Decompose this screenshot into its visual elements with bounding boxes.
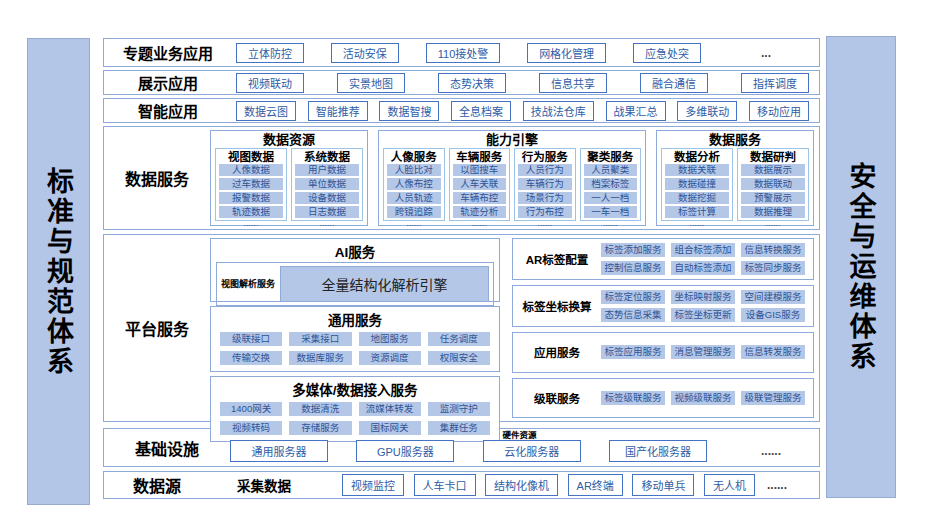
ellipsis-label: ......: [472, 219, 487, 227]
chip: 110接处警: [426, 43, 501, 63]
row-content: 立体防控活动安保110接处警网格化管理应急处突 ...: [232, 39, 819, 66]
chip: 信息转换服务: [741, 243, 805, 257]
chip: 组合标签添加: [671, 243, 735, 257]
group-columns: 人像服务 人脸比对人像布控人员轨迹跨镜追踪 ...... 车辆服务 以图搜车人车…: [379, 148, 645, 225]
chip: 人像布控: [387, 178, 441, 190]
row-label: 平台服务: [104, 235, 210, 421]
chip: 数据展示: [741, 164, 805, 176]
column-title: 视图数据: [228, 150, 274, 164]
group-title: 数据资源: [211, 131, 367, 148]
group-title: 能力引擎: [379, 131, 645, 148]
chip: 过车数据: [219, 178, 283, 190]
chip-list: 标签添加服务组合标签添加信息转换服务控制信息服务自动标签添加标签同步服务: [601, 239, 813, 279]
column-data-analysis: 数据分析 数据关联数据碰撞数据挖掘标签计算 ......: [661, 148, 733, 221]
column-data-judgement: 数据研判 数据展示数据联动预警展示数据推理 ......: [737, 148, 809, 221]
chip-list: 通用服务器GPU服务器云化服务器国产化服务器: [230, 440, 749, 462]
chip-list: 视频联动实景地图态势决策信息共享融合通信指挥调度: [236, 73, 809, 93]
chip: 场景行为: [518, 192, 572, 204]
chip-list: 数据展示数据联动预警展示数据推理: [741, 164, 805, 218]
chip-list: 数据云图智能推荐数据智搜全息档案技战法仓库战果汇总多维联动移动应用: [236, 101, 809, 121]
group-columns: 数据分析 数据关联数据碰撞数据挖掘标签计算 ...... 数据研判 数据展示数据…: [657, 148, 813, 225]
section-ar-label-config: AR标签配置 标签添加服务组合标签添加信息转换服务控制信息服务自动标签添加标签同…: [512, 238, 814, 280]
video-parsing-service-label: 视图解析服务: [221, 279, 275, 290]
section-ai-services: AI服务 视图解析服务 全量结构化解析引擎: [210, 238, 500, 302]
section-application-services: 应用服务 标签应用服务消息管理服务信息转发服务: [512, 332, 814, 373]
chip: 任务调度: [428, 332, 490, 346]
chip: 网格化管理: [527, 43, 606, 63]
ellipsis-label: ......: [761, 444, 781, 458]
chip: 人员轨迹: [387, 192, 441, 204]
chip-list: 人像数据过车数据报警数据轨迹数据: [219, 164, 283, 218]
chip-list: 用户数据单位数据设备数据日志数据: [295, 164, 359, 218]
row-infrastructure: 基础设施 硬件资源 通用服务器GPU服务器云化服务器国产化服务器 ......: [103, 428, 820, 467]
group-title: 数据服务: [657, 131, 813, 148]
ai-services-inner-box: 视图解析服务 全量结构化解析引擎: [216, 262, 494, 306]
chip: 设备GIS服务: [741, 308, 805, 322]
column-cluster-service: 聚类服务 人员聚类档案标签一人一档一车一档 ......: [580, 148, 642, 221]
chip: 数据关联: [665, 164, 729, 176]
chip: 采集接口: [289, 332, 351, 346]
chip: 流媒体转发: [359, 402, 421, 416]
collected-data-label: 采集数据: [210, 472, 318, 498]
chip: 单位数据: [295, 178, 359, 190]
chip: 人员聚类: [584, 164, 638, 176]
row-platform-services: 平台服务 AI服务 视图解析服务 全量结构化解析引擎 通用服务 级联接口采集接口…: [103, 234, 820, 422]
chip-list: 人脸比对人像布控人员轨迹跨镜追踪: [387, 164, 441, 218]
group-columns: 视图数据 人像数据过车数据报警数据轨迹数据 ...... 系统数据 用户数据单位…: [211, 148, 367, 225]
ellipsis-label: ......: [765, 219, 780, 227]
row-label: 专题业务应用: [104, 39, 232, 66]
row-label: 展示应用: [104, 71, 232, 94]
chip: 数据碰撞: [665, 178, 729, 190]
chip: 多维联动: [677, 101, 737, 121]
chip: 国产化服务器: [609, 440, 707, 462]
chip: 级联管理服务: [741, 391, 805, 405]
chip: 车辆布控: [453, 192, 507, 204]
platform-content: AI服务 视图解析服务 全量结构化解析引擎 通用服务 级联接口采集接口地图服务任…: [210, 235, 819, 421]
chip: 人车卡口: [414, 474, 476, 496]
chip-list: 人员行为车辆行为场景行为行为布控: [518, 164, 572, 218]
chip: 权限安全: [428, 351, 490, 365]
chip: AR终端: [568, 474, 623, 496]
section-general-services: 通用服务 级联接口采集接口地图服务任务调度传输交换数据库服务资源调度权限安全: [210, 306, 500, 372]
chip-list: 以图搜车人车关联车辆布控轨迹分析: [453, 164, 507, 218]
full-structural-parsing-engine-chip: 全量结构化解析引擎: [280, 266, 489, 302]
platform-left-column: AI服务 视图解析服务 全量结构化解析引擎 通用服务 级联接口采集接口地图服务任…: [210, 238, 500, 418]
row-data-sources: 数据源 采集数据 视频监控人车卡口结构化像机AR终端移动单兵无人机 ......: [103, 471, 820, 499]
column-title: 数据研判: [750, 150, 796, 164]
chip: 设备数据: [295, 192, 359, 204]
section-cascade-services: 级联服务 标签级联服务视频级联服务级联管理服务: [512, 378, 814, 419]
column-behavior-service: 行为服务 人员行为车辆行为场景行为行为布控 ......: [514, 148, 576, 221]
column-vehicle-service: 车辆服务 以图搜车人车关联车辆布控轨迹分析 ......: [449, 148, 511, 221]
chip: 视频监控: [342, 474, 404, 496]
column-title: 系统数据: [304, 150, 350, 164]
column-video-data: 视图数据 人像数据过车数据报警数据轨迹数据 ......: [215, 148, 287, 221]
section-title: AR标签配置: [513, 251, 601, 267]
chip: 以图搜车: [453, 164, 507, 176]
column-title: 行为服务: [522, 150, 568, 164]
chip-list: 立体防控活动安保110接处警网格化管理应急处突: [236, 43, 749, 63]
ellipsis-label: ......: [319, 219, 334, 227]
section-label-coordinate-conversion: 标签坐标换算 标签定位服务坐标映射服务空间建模服务态势信息采集标签坐标更新设备G…: [512, 285, 814, 327]
column-system-data: 系统数据 用户数据单位数据设备数据日志数据 ......: [291, 148, 363, 221]
row-label: 数据服务: [104, 127, 210, 229]
chip: 空间建模服务: [741, 290, 805, 304]
platform-right-column: AR标签配置 标签添加服务组合标签添加信息转换服务控制信息服务自动标签添加标签同…: [512, 238, 814, 418]
section-title: 应用服务: [513, 344, 601, 360]
chip: 战果汇总: [606, 101, 666, 121]
chip: 标签添加服务: [601, 243, 665, 257]
row-data-services: 数据服务 数据资源 视图数据 人像数据过车数据报警数据轨迹数据 ...... 系…: [103, 126, 820, 230]
chip: GPU服务器: [356, 440, 454, 462]
ellipsis-label: ......: [406, 219, 421, 227]
chip: 轨迹数据: [219, 206, 283, 218]
chip: 技战法仓库: [523, 101, 594, 121]
chip: 通用服务器: [230, 440, 328, 462]
chip: 一人一档: [584, 192, 638, 204]
chip: 行为布控: [518, 206, 572, 218]
chip: 档案标签: [584, 178, 638, 190]
section-title: 多媒体/数据接入服务: [211, 377, 499, 400]
chip: 标签坐标更新: [671, 308, 735, 322]
chip: 数据库服务: [289, 351, 351, 365]
row-content: 视频联动实景地图态势决策信息共享融合通信指挥调度: [232, 71, 819, 94]
chip: 报警数据: [219, 192, 283, 204]
column-face-service: 人像服务 人脸比对人像布控人员轨迹跨镜追踪 ......: [383, 148, 445, 221]
